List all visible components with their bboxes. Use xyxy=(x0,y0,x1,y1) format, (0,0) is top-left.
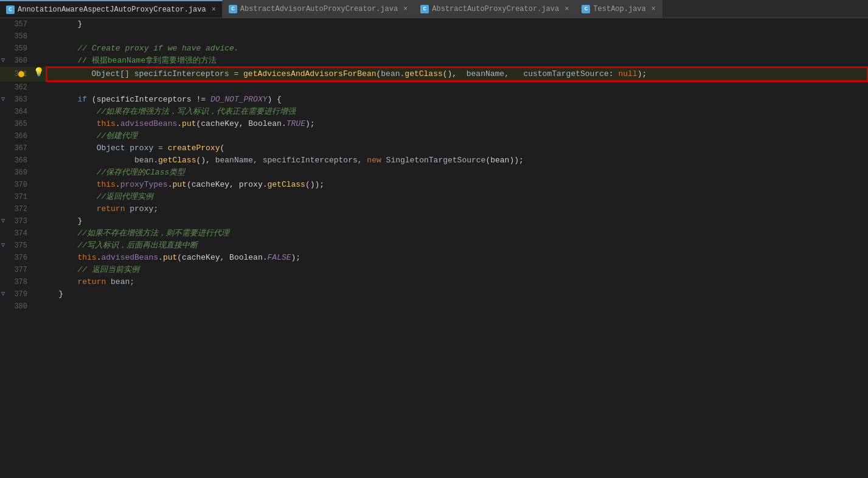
line-number: 364 xyxy=(0,106,33,118)
line-number-text: 360 xyxy=(14,55,27,67)
lines-container: 357 }358359 // Create proxy if we have a… xyxy=(0,18,868,478)
line-number: 362 xyxy=(0,81,33,94)
line-content: if (specificInterceptors != DO_NOT_PROXY… xyxy=(33,94,868,106)
line-row: 357 } xyxy=(0,18,868,30)
line-number: 365 xyxy=(0,118,33,130)
line-content: Object[] specificInterceptors = getAdvic… xyxy=(46,67,868,81)
line-number-text: 364 xyxy=(14,106,27,118)
line-row: 370 this.proxyTypes.put(cacheKey, proxy.… xyxy=(0,179,868,191)
line-number: 370 xyxy=(0,179,33,191)
line-number-text: 378 xyxy=(14,276,27,288)
line-number-text: 369 xyxy=(14,167,27,179)
line-number-text: 380 xyxy=(14,300,27,313)
fold-icon[interactable]: ▽ xyxy=(1,94,5,106)
line-row: 367 Object proxy = createProxy( xyxy=(0,142,868,154)
line-row: 366 //创建代理 xyxy=(0,130,868,142)
line-number-text: 370 xyxy=(14,179,27,191)
fold-icon[interactable]: ▽ xyxy=(1,215,5,227)
line-row: ▽375 //写入标识，后面再出现直接中断 xyxy=(0,240,868,252)
tab-label: AbstractAdvisorAutoProxyCreator.java xyxy=(240,5,398,13)
breakpoint-dot xyxy=(18,71,24,77)
lightbulb-icon[interactable]: 💡 xyxy=(33,67,46,81)
tab-label: TestAop.java xyxy=(593,5,645,13)
line-row: 361💡 Object[] specificInterceptors = get… xyxy=(0,67,868,81)
code-area[interactable]: 357 }358359 // Create proxy if we have a… xyxy=(0,18,868,478)
line-number: 361 xyxy=(0,67,33,81)
fold-icon[interactable]: ▽ xyxy=(1,55,5,67)
line-content: } xyxy=(33,288,868,300)
line-content: //返回代理实例 xyxy=(33,191,868,203)
line-number: 366 xyxy=(0,130,33,142)
line-row: 376 this.advisedBeans.put(cacheKey, Bool… xyxy=(0,252,868,264)
line-row: 362 xyxy=(0,81,868,94)
tab-tab4[interactable]: CTestAop.java× xyxy=(575,0,662,18)
line-content: //如果存在增强方法，写入标识，代表正在需要进行增强 xyxy=(33,106,868,118)
line-row: ▽373 } xyxy=(0,215,868,227)
line-content: Object proxy = createProxy( xyxy=(33,142,868,154)
line-number-text: 357 xyxy=(14,18,27,30)
line-number: ▽373 xyxy=(0,215,33,227)
tab-tab2[interactable]: CAbstractAdvisorAutoProxyCreator.java× xyxy=(223,0,414,18)
line-row: 358 xyxy=(0,30,868,43)
line-content: this.advisedBeans.put(cacheKey, Boolean.… xyxy=(33,252,868,264)
line-row: ▽379 } xyxy=(0,288,868,300)
line-row: 365 this.advisedBeans.put(cacheKey, Bool… xyxy=(0,118,868,130)
line-content: this.proxyTypes.put(cacheKey, proxy.getC… xyxy=(33,179,868,191)
fold-icon[interactable]: ▽ xyxy=(1,288,5,300)
line-number: 378 xyxy=(0,276,33,288)
line-row: 372 return proxy; xyxy=(0,203,868,215)
tab-close[interactable]: × xyxy=(564,5,569,13)
line-number-text: 375 xyxy=(14,240,27,252)
tab-icon: C xyxy=(6,5,15,14)
line-content: } xyxy=(33,18,868,30)
line-number: 376 xyxy=(0,252,33,264)
line-number: 372 xyxy=(0,203,33,215)
line-number-text: 374 xyxy=(14,227,27,240)
line-number: ▽375 xyxy=(0,240,33,252)
tab-label: AbstractAutoProxyCreator.java xyxy=(432,5,559,13)
line-content xyxy=(33,81,868,94)
line-row: 377 // 返回当前实例 xyxy=(0,264,868,276)
line-row: 368 bean.getClass(), beanName, specificI… xyxy=(0,154,868,167)
line-row: ▽363 if (specificInterceptors != DO_NOT_… xyxy=(0,94,868,106)
tab-icon: C xyxy=(229,5,237,13)
line-number: ▽363 xyxy=(0,94,33,106)
line-number-text: 365 xyxy=(14,118,27,130)
line-content: //写入标识，后面再出现直接中断 xyxy=(33,240,868,252)
line-content: // Create proxy if we have advice. xyxy=(33,43,868,55)
line-number: 367 xyxy=(0,142,33,154)
line-number: ▽379 xyxy=(0,288,33,300)
line-row: 378 return bean; xyxy=(0,276,868,288)
line-number: 371 xyxy=(0,191,33,203)
line-row: 371 //返回代理实例 xyxy=(0,191,868,203)
tab-close[interactable]: × xyxy=(651,5,656,13)
line-number: 369 xyxy=(0,167,33,179)
line-number-text: 373 xyxy=(14,215,27,227)
line-content: //如果不存在增强方法，则不需要进行代理 xyxy=(33,227,868,240)
line-row: 369 //保存代理的Class类型 xyxy=(0,167,868,179)
line-number-text: 359 xyxy=(14,43,27,55)
line-row: 359 // Create proxy if we have advice. xyxy=(0,43,868,55)
line-row: 364 //如果存在增强方法，写入标识，代表正在需要进行增强 xyxy=(0,106,868,118)
line-number-text: 368 xyxy=(14,154,27,167)
line-row: 380 xyxy=(0,300,868,313)
line-content: //保存代理的Class类型 xyxy=(33,167,868,179)
line-number: 357 xyxy=(0,18,33,30)
tab-close[interactable]: × xyxy=(212,5,216,14)
editor: 357 }358359 // Create proxy if we have a… xyxy=(0,18,868,478)
tab-tab3[interactable]: CAbstractAutoProxyCreator.java× xyxy=(414,0,575,18)
line-number: ▽360 xyxy=(0,55,33,67)
line-content: // 根据beanName拿到需要增强的方法 xyxy=(33,55,868,67)
tab-icon: C xyxy=(420,5,429,13)
line-number-text: 362 xyxy=(14,81,27,94)
line-content: return proxy; xyxy=(33,203,868,215)
tab-tab1[interactable]: CAnnotationAwareAspectJAutoProxyCreator.… xyxy=(0,0,223,18)
line-number: 374 xyxy=(0,227,33,240)
line-number: 359 xyxy=(0,43,33,55)
fold-icon[interactable]: ▽ xyxy=(1,240,5,252)
line-number: 377 xyxy=(0,264,33,276)
tab-close[interactable]: × xyxy=(403,5,408,13)
tab-bar: CAnnotationAwareAspectJAutoProxyCreator.… xyxy=(0,0,868,18)
line-number: 380 xyxy=(0,300,33,313)
line-content: } xyxy=(33,215,868,227)
